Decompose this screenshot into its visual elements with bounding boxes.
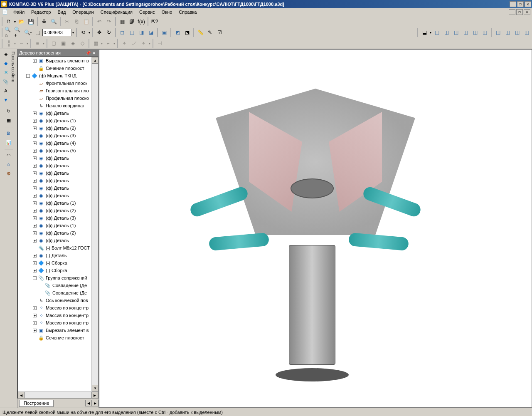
tree-node[interactable]: +▣Вырезать элемент в: [18, 57, 91, 64]
hidden-button[interactable]: ◫: [127, 28, 136, 37]
snap-dropdown[interactable]: ▼: [148, 39, 151, 48]
layers-dropdown[interactable]: ▼: [42, 39, 45, 48]
layers-button[interactable]: ≡: [33, 39, 42, 48]
tree-expander-icon[interactable]: -: [33, 276, 37, 280]
tree-node[interactable]: +⁘Массив по концентр: [18, 304, 91, 312]
tree-expander-icon[interactable]: +: [33, 209, 37, 213]
tree-expander-icon[interactable]: +: [33, 149, 37, 153]
zoom-area-button[interactable]: ⬚: [33, 28, 42, 37]
zoom-dropdown[interactable]: ▼: [72, 28, 74, 37]
copy-button[interactable]: ⎘: [72, 17, 81, 26]
tree-node[interactable]: ▱Горизонтальная пло: [18, 87, 91, 94]
tree-pin-icon[interactable]: 📌: [85, 50, 91, 56]
tree-node[interactable]: +◉(ф) Деталь (2): [18, 229, 91, 237]
print-button[interactable]: 🖶: [39, 17, 49, 26]
help-context-button[interactable]: ⇱?: [150, 17, 159, 26]
open-button[interactable]: 📂: [17, 17, 26, 26]
tool-ellipse-icon[interactable]: ✕: [2, 68, 10, 77]
grid-button[interactable]: ▦: [91, 39, 100, 48]
point-style-button[interactable]: ╬: [4, 39, 13, 48]
new-button[interactable]: 🗋: [4, 17, 13, 26]
surface-button[interactable]: ◇: [78, 39, 87, 48]
view-iso-3-icon[interactable]: ◫: [512, 28, 522, 37]
menu-edit[interactable]: Редактор: [28, 9, 54, 15]
grid-dropdown[interactable]: ▼: [101, 39, 103, 48]
menu-service[interactable]: Сервис: [136, 9, 158, 15]
point-style-dropdown[interactable]: ▼: [14, 39, 16, 48]
tree-node[interactable]: +🔷(-) Сборка: [18, 267, 91, 274]
tool-select-icon[interactable]: ◈: [2, 50, 10, 58]
pan-button[interactable]: ✥: [95, 28, 104, 37]
tree-node[interactable]: -📎Группа сопряжений: [18, 274, 91, 282]
maximize-button[interactable]: ❐: [517, 1, 524, 7]
view-back-icon[interactable]: ◫: [442, 28, 451, 37]
tree-scrollbar-vertical[interactable]: ▲ ▼: [91, 57, 98, 391]
tree-close-icon[interactable]: ✕: [91, 50, 97, 56]
ortho-button[interactable]: ⌐: [103, 39, 113, 48]
tree-button[interactable]: 🗐: [127, 17, 136, 26]
tree-node[interactable]: +◉(ф) Деталь (4): [18, 139, 91, 147]
end-button[interactable]: ⊣: [155, 39, 164, 48]
measure-button[interactable]: 📏: [196, 28, 205, 37]
tree-expander-icon[interactable]: +: [33, 119, 37, 123]
tool-gear-icon[interactable]: ⚙: [5, 169, 13, 178]
tree-expander-icon[interactable]: +: [33, 329, 37, 332]
tree-expander-icon[interactable]: +: [33, 269, 37, 272]
tree-expander-icon[interactable]: +: [33, 171, 37, 175]
tree-node[interactable]: +◉(ф) Деталь (1): [18, 199, 91, 207]
tree-expander-icon[interactable]: +: [33, 321, 37, 325]
redo-button[interactable]: ↷: [104, 17, 113, 26]
tree-node[interactable]: +◉(ф) Деталь (1): [18, 117, 91, 124]
view-left-icon[interactable]: ◫: [470, 28, 480, 37]
tree-node[interactable]: 🔩(-) Болт М8х12 ГОСТ: [18, 244, 91, 252]
menu-window[interactable]: Окно: [158, 9, 176, 15]
tree-node[interactable]: +◉(ф) Деталь (5): [18, 147, 91, 154]
view-right-icon[interactable]: ◫: [480, 28, 489, 37]
tree-node[interactable]: +⁘Массив по концентр: [18, 312, 91, 319]
no-hidden-button[interactable]: ◨: [137, 28, 146, 37]
tree-expander-icon[interactable]: +: [33, 231, 37, 235]
tree-node[interactable]: ↳Начало координат: [18, 102, 91, 109]
tool-doc-icon[interactable]: 🗎: [5, 129, 13, 137]
tree-tab-build[interactable]: Построение: [19, 400, 54, 407]
tree-node[interactable]: +◉(ф) Деталь: [18, 154, 91, 162]
tool-report-icon[interactable]: 📊: [5, 138, 13, 146]
minimize-button[interactable]: _: [510, 1, 516, 7]
snap3-button[interactable]: ⌖: [139, 39, 148, 48]
tree-scrollbar-horizontal[interactable]: ◀ ▶: [18, 391, 98, 398]
feature-button[interactable]: ▣: [59, 39, 68, 48]
tab-next-icon[interactable]: ▶: [92, 400, 99, 406]
tree-expander-icon[interactable]: +: [33, 59, 37, 63]
tool-text-icon[interactable]: A: [2, 87, 10, 95]
menu-operations[interactable]: Операции: [69, 9, 97, 15]
preview-button[interactable]: 🔍: [49, 17, 58, 26]
shaded-button[interactable]: ◪: [146, 28, 155, 37]
sketch-button[interactable]: ▢: [49, 39, 58, 48]
assembly-button[interactable]: ◈: [68, 39, 77, 48]
tree-node[interactable]: -🔷(ф) Модуль ТКНД: [18, 72, 91, 79]
tree-node[interactable]: +◉(ф) Деталь: [18, 162, 91, 169]
tree-node[interactable]: 🔒Сечение плоскост: [18, 334, 91, 342]
tree-expander-icon[interactable]: +: [33, 126, 37, 130]
variables-button[interactable]: f(x): [137, 17, 146, 26]
orientation-dropdown[interactable]: ▼: [429, 28, 432, 37]
view-iso-4-icon[interactable]: ◫: [522, 28, 531, 37]
menu-help[interactable]: Справка: [175, 9, 200, 15]
view-bottom-icon[interactable]: ◫: [461, 28, 470, 37]
tree-node[interactable]: +🔷(-) Сборка: [18, 259, 91, 267]
redraw-button[interactable]: ↻: [104, 28, 113, 37]
tree-expander-icon[interactable]: +: [33, 261, 37, 265]
tool-clip-icon[interactable]: 📎: [2, 77, 10, 86]
undo-button[interactable]: ↶: [95, 17, 104, 26]
cut-button[interactable]: ✂: [62, 17, 71, 26]
tree-expander-icon[interactable]: +: [33, 314, 37, 317]
tool-refresh-icon[interactable]: ↻: [5, 107, 13, 115]
save-button[interactable]: 💾: [26, 17, 35, 26]
mdi-restore-button[interactable]: ❐: [516, 9, 523, 15]
scroll-left-icon[interactable]: ◀: [18, 392, 25, 399]
view-front-icon[interactable]: ◫: [432, 28, 441, 37]
tree-node[interactable]: +▣Вырезать элемент в: [18, 327, 91, 334]
scroll-up-icon[interactable]: ▲: [92, 57, 99, 64]
scroll-down-icon[interactable]: ▼: [92, 385, 99, 391]
tool-grid-icon[interactable]: ▦: [5, 116, 13, 124]
